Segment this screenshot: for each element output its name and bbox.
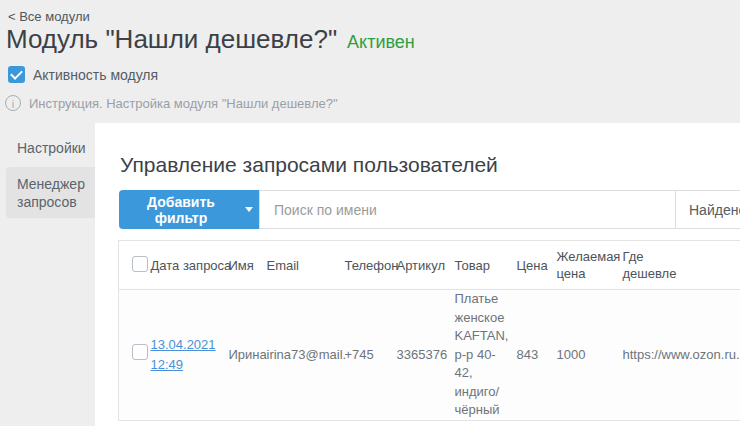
row-checkbox[interactable]: [132, 344, 148, 360]
sidebar-item-settings[interactable]: Настройки: [0, 140, 95, 156]
cell-phone: +745: [345, 290, 397, 421]
module-active-row: Активность модуля: [8, 66, 158, 83]
column-header-sku: Артикул: [397, 241, 455, 290]
request-date-link[interactable]: 13.04.2021 12:49: [151, 337, 216, 372]
search-input[interactable]: [259, 190, 676, 229]
cell-sku: 3365376: [397, 290, 455, 421]
table-header-row: Дата запроса Имя Email Телефон Артикул Т…: [119, 241, 740, 290]
instruction-row: Инструкция. Настройка модуля "Нашли деше…: [5, 95, 338, 111]
cell-price: 843: [517, 290, 557, 421]
check-icon: [10, 67, 23, 80]
column-header-desired-price: Желаемая цена: [557, 241, 623, 290]
cell-where-cheaper: https://www.ozon.ru.: [623, 290, 740, 421]
page-title: Модуль "Нашли дешевле?": [6, 24, 337, 55]
column-header-email: Email: [267, 241, 345, 290]
table-row: 13.04.2021 12:49 Ирина irina73@mail. +74…: [119, 290, 740, 421]
requests-table: Дата запроса Имя Email Телефон Артикул Т…: [118, 240, 740, 421]
page-title-row: Модуль "Нашли дешевле?" Активен: [6, 24, 415, 55]
instruction-text: Инструкция. Настройка модуля "Нашли деше…: [29, 96, 338, 111]
found-count: Найдено: [676, 190, 740, 229]
module-active-label: Активность модуля: [33, 67, 158, 83]
column-header-where-cheaper: Где дешевле: [623, 241, 740, 290]
column-header-product: Товар: [455, 241, 517, 290]
column-header-phone: Телефон: [345, 241, 397, 290]
select-all-checkbox[interactable]: [132, 256, 148, 272]
caret-down-icon: [245, 207, 253, 212]
module-active-checkbox[interactable]: [8, 66, 25, 83]
cell-product: Платье женское KAFTAN, р-р 40-42, индиго…: [455, 290, 517, 421]
status-badge: Активен: [347, 32, 415, 53]
cell-date: 13.04.2021 12:49: [151, 290, 229, 421]
section-heading: Управление запросами пользователей: [120, 153, 498, 177]
info-icon: [5, 95, 21, 111]
column-header-price: Цена: [517, 241, 557, 290]
module-page: < Все модули Модуль "Нашли дешевле?" Акт…: [0, 0, 740, 426]
cell-name: Ирина: [229, 290, 267, 421]
add-filter-label: Добавить фильтр: [125, 194, 237, 226]
content-panel: Управление запросами пользователей Добав…: [95, 123, 740, 426]
cell-email: irina73@mail.: [267, 290, 345, 421]
filter-bar: Добавить фильтр Найдено: [119, 190, 740, 229]
add-filter-button[interactable]: Добавить фильтр: [119, 190, 259, 229]
column-header-date: Дата запроса: [151, 241, 229, 290]
breadcrumb[interactable]: < Все модули: [8, 9, 90, 24]
cell-desired-price: 1000: [557, 290, 623, 421]
column-header-name: Имя: [229, 241, 267, 290]
sidebar-item-request-manager[interactable]: Менеджер запросов: [6, 167, 95, 218]
